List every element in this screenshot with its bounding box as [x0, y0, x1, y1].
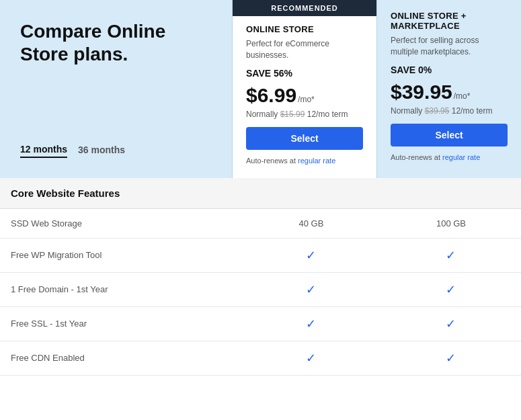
checkmark-icon: ✓: [306, 351, 316, 365]
price-suffix-2: /mo*: [454, 91, 471, 101]
feature-val-plan1: ✓: [241, 306, 381, 341]
feature-val-plan2: ✓: [381, 306, 521, 341]
checkmark-icon: ✓: [446, 283, 456, 296]
left-panel: Compare Online Store plans. 12 months 36…: [0, 0, 232, 178]
select-button-2[interactable]: Select: [391, 124, 508, 146]
feature-row: Free CDN Enabled✓✓: [0, 341, 521, 375]
select-button-1[interactable]: Select: [246, 127, 363, 150]
billing-tabs: 12 months 36 months: [20, 144, 212, 165]
price-suffix-1: /mo*: [298, 95, 315, 104]
feature-val-plan2: ✓: [381, 272, 521, 306]
feature-name-cell: Free WP Migration Tool: [0, 238, 241, 272]
regular-rate-link-1[interactable]: regular rate: [298, 157, 335, 165]
feature-val-plan1: ✓: [241, 238, 381, 272]
feature-row: SSD Web Storage40 GB100 GB: [0, 208, 521, 238]
feature-val-plan2: ✓: [381, 341, 521, 375]
page-title: Compare Online Store plans.: [20, 20, 212, 65]
regular-rate-link-2[interactable]: regular rate: [442, 153, 480, 161]
pricing-header: Compare Online Store plans. 12 months 36…: [0, 0, 521, 178]
feature-row: Free SSL - 1st Year✓✓: [0, 306, 521, 341]
checkmark-icon: ✓: [446, 351, 456, 365]
plan-online-store: RECOMMENDED ONLINE STORE Perfect for eCo…: [232, 0, 376, 178]
price-2: $39.95: [391, 81, 452, 103]
plan-description-1: Perfect for eCommerce businesses.: [246, 38, 363, 61]
feature-val-plan1: 40 GB: [241, 208, 381, 238]
feature-val-plan2: 100 GB: [381, 208, 521, 238]
features-section-title: Core Website Features: [0, 178, 241, 209]
recommended-badge: RECOMMENDED: [233, 0, 376, 16]
normally-label-1: Normally: [246, 110, 278, 119]
checkmark-icon: ✓: [446, 317, 456, 331]
plans-container: RECOMMENDED ONLINE STORE Perfect for eCo…: [232, 0, 521, 178]
save-badge-2: SAVE 0%: [391, 65, 508, 75]
checkmark-icon: ✓: [306, 283, 316, 296]
tab-12months[interactable]: 12 months: [20, 144, 67, 158]
features-section: Core Website Features SSD Web Storage40 …: [0, 178, 521, 376]
checkmark-icon: ✓: [306, 317, 316, 331]
price-1: $6.99: [246, 84, 296, 107]
checkmark-icon: ✓: [446, 249, 456, 262]
normally-row-2: Normally $39.95 12/mo term: [391, 106, 508, 116]
plan-description-2: Perfect for selling across multiple mark…: [391, 35, 508, 58]
normally-price-2: $39.95: [425, 106, 450, 116]
normally-label-2: Normally: [391, 106, 422, 116]
tab-36months[interactable]: 36 months: [78, 144, 125, 157]
feature-name-cell: 1 Free Domain - 1st Year: [0, 272, 241, 306]
price-row-2: $39.95 /mo*: [391, 81, 508, 103]
normally-term-1: 12/mo term: [307, 110, 348, 119]
auto-renew-2: Auto-renews at regular rate: [391, 153, 508, 161]
feature-val-plan2: ✓: [381, 238, 521, 272]
normally-price-1: $15.99: [280, 110, 305, 119]
auto-renew-1: Auto-renews at regular rate: [246, 157, 363, 165]
feature-name-cell: Free SSL - 1st Year: [0, 306, 241, 341]
features-col-plan1: [241, 178, 381, 209]
checkmark-icon: ✓: [306, 249, 316, 262]
features-table: Core Website Features SSD Web Storage40 …: [0, 178, 521, 376]
normally-row-1: Normally $15.99 12/mo term: [246, 110, 363, 119]
features-header-row: Core Website Features: [0, 178, 521, 209]
feature-val-plan1: ✓: [241, 272, 381, 306]
feature-row: 1 Free Domain - 1st Year✓✓: [0, 272, 521, 306]
plan-name-2: ONLINE STORE + MARKETPLACE: [391, 11, 508, 31]
features-col-plan2: [381, 178, 521, 209]
feature-name-cell: SSD Web Storage: [0, 208, 241, 238]
feature-val-plan1: ✓: [241, 341, 381, 375]
price-row-1: $6.99 /mo*: [246, 84, 363, 107]
save-badge-1: SAVE 56%: [246, 68, 363, 79]
normally-term-2: 12/mo term: [452, 106, 493, 116]
feature-name-cell: Free CDN Enabled: [0, 341, 241, 375]
plan-online-store-plus: ONLINE STORE + MARKETPLACE Perfect for s…: [376, 0, 521, 178]
plan-name-1: ONLINE STORE: [246, 24, 363, 34]
feature-row: Free WP Migration Tool✓✓: [0, 238, 521, 272]
